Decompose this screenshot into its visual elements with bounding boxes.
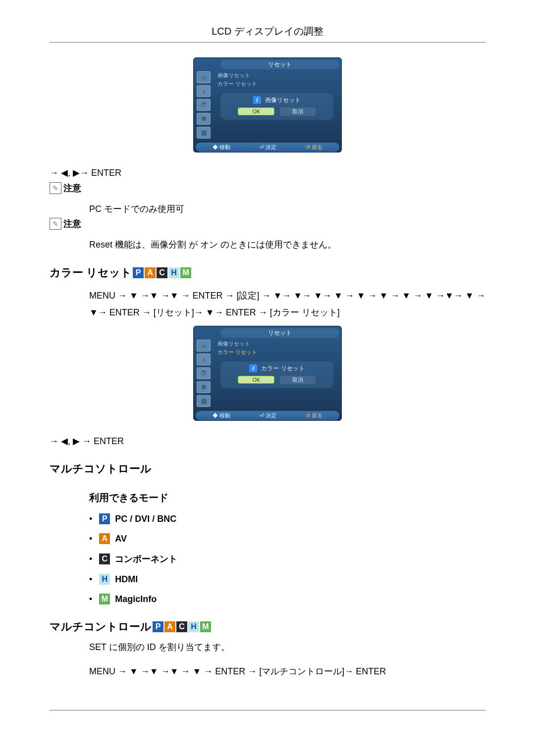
note-icon — [50, 182, 61, 194]
badge-p-icon: P — [99, 513, 110, 524]
page-title: LCD ディスプレイの調整 — [50, 25, 485, 38]
breadcrumb-multi-control: MENU → ▼ →▼ →▼ → ▼ → ENTER → [マルチコントロール]… — [89, 663, 485, 680]
badge-m-icon: M — [180, 267, 191, 278]
osd1-title: リセット — [220, 60, 339, 69]
badge-m-icon: M — [99, 594, 110, 605]
badge-p-icon: P — [153, 621, 163, 632]
note-pc-only: PC モードでのみ使用可 — [89, 203, 485, 215]
mode-item-pc: P PC / DVI / BNC — [89, 513, 485, 524]
breadcrumb-color-reset: MENU → ▼ →▼ →▼ → ENTER → [設定] → ▼→ ▼→ ▼→… — [89, 287, 485, 321]
osd2-foot-return: ↺ 戻る — [306, 412, 322, 419]
osd-side-icon: ♪ — [197, 353, 211, 365]
mode-label-hdmi: HDMI — [115, 574, 138, 585]
badge-c-icon: C — [176, 621, 187, 632]
osd-side-icon: ☼ — [197, 340, 211, 352]
osd2-popup-title: カラー リセット — [261, 365, 304, 372]
info-icon: i — [253, 96, 261, 104]
mode-label-magicinfo: MagicInfo — [115, 594, 157, 605]
osd-side-icon: ♪ — [197, 85, 211, 97]
badge-a-icon: A — [164, 621, 175, 632]
badge-c-icon: C — [99, 554, 110, 564]
badge-h-icon: H — [188, 621, 199, 632]
osd-side-icon: ⏱ — [197, 99, 211, 111]
osd1-foot-ok: ⏎ 決定 — [260, 144, 276, 151]
osd-side-icon: ▧ — [197, 395, 211, 407]
osd2-foot-move: ◆ 移動 — [213, 412, 230, 419]
osd1-foot-return: ↺ 戻る — [306, 144, 322, 151]
badge-p-icon: P — [133, 267, 144, 278]
multi-control-desc: SET に個別の ID を割り当てます。 — [89, 641, 485, 653]
bottom-divider — [50, 710, 485, 710]
osd-side-icon: ⚙ — [197, 113, 211, 125]
osd1-popup-title: 画像リセット — [265, 97, 301, 103]
osd2-confirm-popup: iカラー リセット OK 取消 — [220, 361, 333, 388]
mode-label-pc: PC / DVI / BNC — [115, 514, 176, 524]
badge-a-icon: A — [99, 533, 110, 544]
note-reset-text: Reset 機能は、画像分割 が オン のときには使用できません。 — [89, 239, 485, 251]
osd2-footer: ◆ 移動 ⏎ 決定 ↺ 戻る — [196, 411, 339, 420]
badge-m-icon: M — [200, 621, 211, 632]
osd1-item-color-reset: カラー リセット — [217, 80, 336, 88]
heading-multi-control-1: マルチコソトロール — [50, 461, 485, 476]
osd-side-icon: ⏱ — [197, 367, 211, 379]
mode-item-component: C コンポーネント — [89, 553, 485, 565]
osd1-item-image-reset: 画像リセット — [217, 71, 336, 80]
mode-label-component: コンポーネント — [115, 553, 177, 565]
osd1-foot-move: ◆ 移動 — [213, 144, 230, 151]
osd2-title: リセット — [220, 328, 339, 338]
mode-list: P PC / DVI / BNC A AV C コンポーネント H HDMI M… — [89, 513, 485, 605]
osd2-ok-button: OK — [238, 376, 274, 383]
heading-available-modes: 利用できるモード — [89, 491, 485, 504]
note-label: 注意 — [63, 182, 81, 194]
heading-multi-control-2: マルチコントロール P A C H M — [50, 619, 485, 634]
badge-h-icon: H — [168, 267, 179, 278]
badge-c-icon: C — [157, 267, 167, 278]
osd-side-icon: ⚙ — [197, 381, 211, 393]
osd-side-icon: ▧ — [197, 127, 211, 139]
mode-item-hdmi: H HDMI — [89, 574, 485, 585]
nav-sequence-1: → ◀, ▶→ ENTER — [50, 167, 485, 178]
top-divider — [50, 42, 485, 43]
nav-sequence-2: → ◀, ▶ → ENTER — [50, 436, 485, 447]
osd2-item-color-reset: カラー リセット — [217, 348, 336, 356]
osd-screenshot-color-reset: リセット ☼ ♪ ⏱ ⚙ ▧ 画像リセット カラー リセット iカラー リセット… — [193, 326, 342, 421]
mode-item-av: A AV — [89, 533, 485, 544]
mode-item-magicinfo: M MagicInfo — [89, 594, 485, 605]
osd-side-icon: ☼ — [197, 71, 211, 83]
note-label: 注意 — [63, 218, 81, 230]
badge-h-icon: H — [99, 574, 110, 585]
osd1-confirm-popup: i画像リセット OK 取消 — [220, 93, 333, 120]
heading-color-reset: カラー リセット P A C H M — [50, 265, 485, 280]
osd2-foot-ok: ⏎ 決定 — [260, 412, 276, 419]
info-icon: i — [249, 364, 257, 372]
osd2-item-image-reset: 画像リセット — [217, 340, 336, 348]
osd1-cancel-button: 取消 — [280, 107, 316, 116]
osd-screenshot-image-reset: リセット ☼ ♪ ⏱ ⚙ ▧ 画像リセット カラー リセット i画像リセット O… — [193, 57, 342, 152]
osd1-ok-button: OK — [238, 108, 274, 115]
osd2-cancel-button: 取消 — [280, 376, 316, 384]
badge-a-icon: A — [145, 267, 156, 278]
mode-label-av: AV — [115, 534, 127, 544]
note-icon — [50, 218, 61, 230]
osd1-footer: ◆ 移動 ⏎ 決定 ↺ 戻る — [196, 143, 339, 152]
